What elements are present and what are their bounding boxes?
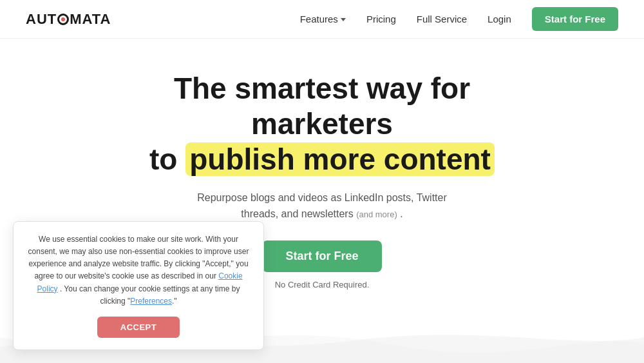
hero-line1: The smartest way for: [174, 72, 470, 105]
hero-line3-prefix: to: [149, 142, 185, 176]
logo-text-after: MATA: [70, 11, 111, 28]
cookie-accept-button[interactable]: ACCEPT: [97, 317, 180, 338]
features-label: Features: [300, 14, 338, 25]
hero-title: The smartest way for marketers to publis…: [149, 71, 495, 178]
logo-circle-icon: [57, 14, 69, 25]
nav-features-link[interactable]: Features: [300, 14, 346, 25]
cookie-text3: .": [172, 297, 177, 306]
cookie-text: We use essential cookies to make our sit…: [26, 233, 251, 308]
hero-subtitle-main: Repurpose blogs and videos as LinkedIn p…: [197, 192, 447, 220]
chevron-down-icon: [341, 18, 346, 21]
hero-start-free-button[interactable]: Start for Free: [262, 240, 381, 272]
cookie-preferences-link[interactable]: Preferences: [130, 297, 172, 306]
nav-pricing-link[interactable]: Pricing: [366, 14, 396, 25]
hero-subtitle-end: .: [400, 208, 402, 219]
hero-line2: marketers: [251, 107, 393, 141]
nav-start-free-button[interactable]: Start for Free: [532, 7, 618, 31]
hero-subtitle-small: (and more): [356, 210, 397, 219]
navbar: AUT MATA Features Pricing Full Service L…: [0, 0, 644, 39]
nav-full-service-link[interactable]: Full Service: [417, 14, 467, 25]
cookie-banner: We use essential cookies to make our sit…: [13, 221, 264, 350]
cookie-text-main: We use essential cookies to make our sit…: [28, 235, 249, 281]
hero-subtitle: Repurpose blogs and videos as LinkedIn p…: [187, 190, 457, 222]
no-credit-card-text: No Credit Card Required.: [275, 280, 370, 289]
logo-text-before: AUT: [26, 11, 57, 28]
logo: AUT MATA: [26, 11, 111, 28]
nav-links: Features Pricing Full Service Login Star…: [300, 7, 618, 31]
nav-login-link[interactable]: Login: [488, 14, 511, 25]
hero-highlight-text: publish more content: [185, 142, 495, 176]
